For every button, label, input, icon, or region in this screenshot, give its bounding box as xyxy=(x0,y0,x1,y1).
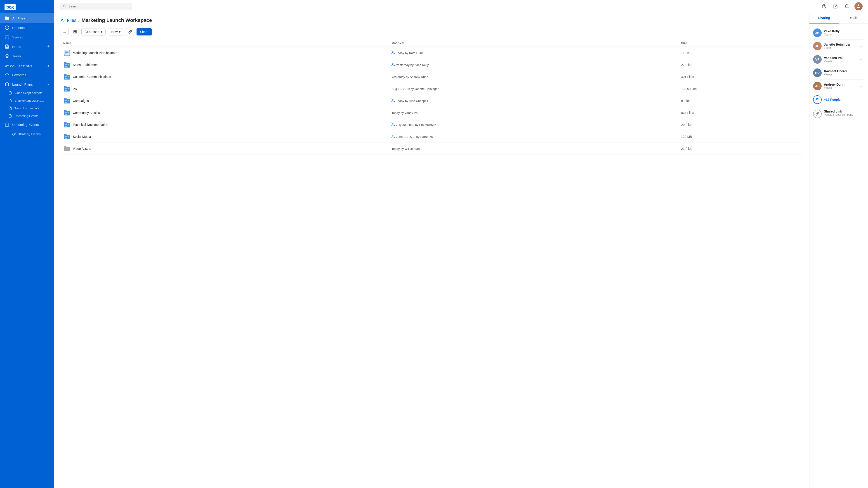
table-row[interactable]: Social Media June 21, 2019 by Sarah Yau1… xyxy=(61,131,803,143)
modified-text: Yesterday by Andrew Dunn xyxy=(392,75,428,78)
column-size: Size xyxy=(678,39,794,47)
sidebar-item-label: Trash xyxy=(12,54,50,58)
person-menu-button[interactable]: ··· xyxy=(859,43,864,50)
collab-icon xyxy=(392,63,395,67)
table-row[interactable]: Campaigns Today by Alan Chappell9 Files xyxy=(61,95,803,107)
column-name: Name xyxy=(61,39,389,47)
table-row[interactable]: Customer CommunicationsYesterday by Andr… xyxy=(61,71,803,83)
sidebar-sub-item-upcoming-events-sub[interactable]: Upcoming Events... xyxy=(0,112,54,120)
collab-icon xyxy=(392,123,395,127)
file-name[interactable]: Sales Enablement xyxy=(73,63,98,67)
svg-point-67 xyxy=(392,135,393,136)
list-view-button[interactable] xyxy=(71,28,79,36)
person-menu-button[interactable]: ··· xyxy=(859,70,864,76)
sidebar-sub-item-enablement[interactable]: Enablement Outline... xyxy=(0,97,54,104)
link-icon xyxy=(813,109,822,118)
file-name[interactable]: PR xyxy=(73,87,77,91)
breadcrumb-parent[interactable]: All Files xyxy=(61,18,76,23)
sidebar-item-notes[interactable]: Notes + xyxy=(0,42,54,51)
cell-size: 9 Files xyxy=(678,95,794,107)
svg-point-61 xyxy=(392,123,393,124)
svg-rect-46 xyxy=(66,100,67,101)
file-name[interactable]: Campaigns xyxy=(73,99,89,103)
table-row[interactable]: Community ArticlesToday by Vandy Pai834 … xyxy=(61,107,803,119)
sidebar-item-synced[interactable]: Synced xyxy=(0,32,54,42)
modified-text: Today by Kate Dunn xyxy=(396,51,424,55)
more-options-button[interactable]: ··· xyxy=(61,28,69,36)
cell-name: Video Assets xyxy=(61,143,389,155)
svg-rect-41 xyxy=(66,88,67,89)
tab-details[interactable]: Details xyxy=(839,13,868,24)
svg-rect-31 xyxy=(68,64,69,65)
sidebar-item-label: Synced xyxy=(12,35,50,39)
column-modified[interactable]: Modified ↓ xyxy=(389,39,678,47)
table-row[interactable]: Technical Documentation July 30, 2019 by… xyxy=(61,119,803,131)
search-box[interactable] xyxy=(60,3,132,10)
file-row-name: Customer Communications xyxy=(63,73,386,80)
file-name[interactable]: Social Media xyxy=(73,135,91,138)
file-icon xyxy=(8,91,12,95)
notification-button[interactable] xyxy=(843,3,850,10)
file-icon xyxy=(8,106,12,110)
logo[interactable]: box xyxy=(0,0,54,13)
person-avatar: AD xyxy=(813,82,822,90)
new-button[interactable]: New ▾ xyxy=(108,28,124,35)
file-name[interactable]: Community Articles xyxy=(73,111,100,115)
cell-modified: Today by Vandy Pai xyxy=(389,107,678,119)
cell-modified: June 21, 2019 by Sarah Yau xyxy=(389,131,678,143)
sidebar-item-trash[interactable]: Trash xyxy=(0,51,54,61)
task-button[interactable] xyxy=(832,3,839,10)
file-name[interactable]: Video Assets xyxy=(73,147,91,151)
collab-icon xyxy=(392,51,395,55)
sidebar: box All Files Recents Synced xyxy=(0,0,54,488)
person-menu-button[interactable]: ··· xyxy=(859,56,864,63)
more-people-row[interactable]: +12 People xyxy=(813,93,864,106)
file-row-name: B Marketing Launch Plan.boxnote xyxy=(63,49,386,57)
tab-sharing[interactable]: Sharing xyxy=(809,13,839,24)
table-row[interactable]: B Marketing Launch Plan.boxnote Today by… xyxy=(61,47,803,59)
cell-arrow xyxy=(794,143,803,155)
svg-point-28 xyxy=(392,51,393,53)
collections-add-button[interactable]: + xyxy=(47,64,50,69)
notes-add-button[interactable]: + xyxy=(47,44,50,48)
person-role: Viewer xyxy=(824,86,857,90)
file-name[interactable]: Technical Documentation xyxy=(73,123,108,127)
svg-rect-45 xyxy=(65,100,66,101)
table-row[interactable]: Sales Enablement Yesterday by Zach Kelly… xyxy=(61,59,803,71)
sidebar-sub-item-todo[interactable]: To-do List.boxnote xyxy=(0,104,54,112)
sidebar-item-all-files[interactable]: All Files xyxy=(0,13,54,23)
file-row-name: Video Assets xyxy=(63,145,386,152)
shared-link-row[interactable]: Shared Link People in your company xyxy=(813,107,864,121)
sidebar-item-upcoming-events[interactable]: Upcoming Events xyxy=(0,120,54,129)
user-avatar[interactable] xyxy=(855,2,863,10)
svg-rect-35 xyxy=(65,76,66,77)
sidebar-sub-item-video-script[interactable]: Video Script.boxnote xyxy=(0,89,54,97)
file-name[interactable]: Customer Communications xyxy=(73,75,111,78)
star-icon xyxy=(4,72,9,77)
upload-button[interactable]: Upload ▾ xyxy=(81,28,105,35)
table-row[interactable]: Video AssetsToday by Will Jordan21 Files xyxy=(61,143,803,155)
person-menu-button[interactable]: ··· xyxy=(859,83,864,90)
svg-marker-4 xyxy=(5,73,9,76)
help-button[interactable] xyxy=(820,3,828,10)
sidebar-item-launch-plans[interactable]: Launch Plans ▲ xyxy=(0,79,54,89)
cell-arrow xyxy=(794,95,803,107)
sidebar-item-q1-strategy[interactable]: Q1 Strategy Decks xyxy=(0,129,54,139)
cell-modified: Yesterday by Andrew Dunn xyxy=(389,71,678,83)
brand-logo: box xyxy=(4,4,16,10)
svg-rect-59 xyxy=(65,126,66,127)
collapse-icon: ▲ xyxy=(46,83,50,86)
share-button[interactable]: Share xyxy=(136,28,152,35)
file-name[interactable]: Marketing Launch Plan.boxnote xyxy=(73,51,117,55)
sidebar-item-recents[interactable]: Recents xyxy=(0,23,54,32)
svg-rect-37 xyxy=(68,76,69,77)
cell-name: Sales Enablement xyxy=(61,59,389,71)
sidebar-item-favorites[interactable]: Favorites xyxy=(0,70,54,79)
sidebar-item-label: Launch Plans xyxy=(12,83,44,86)
person-avatar: JH xyxy=(813,42,822,51)
share-link-button[interactable] xyxy=(126,28,134,36)
search-input[interactable] xyxy=(68,4,129,8)
table-row[interactable]: PRAug 10, 2019 by Janette Heininger1,900… xyxy=(61,83,803,95)
svg-point-17 xyxy=(858,4,859,6)
cell-modified: Yesterday by Zach Kelly xyxy=(389,59,678,71)
